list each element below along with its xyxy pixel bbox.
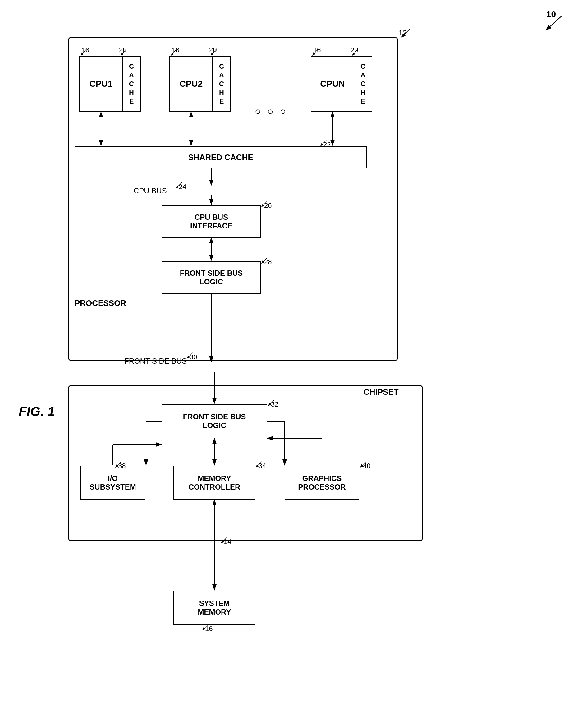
graphics-processor-box: GRAPHICS PROCESSOR [285, 465, 359, 500]
fsb-logic-chip-box: FRONT SIDE BUS LOGIC [162, 404, 267, 438]
fsb-logic-proc-ref-arrow [260, 256, 269, 265]
cpu-bus-interface-box: CPU BUS INTERFACE [162, 205, 261, 238]
svg-line-14 [269, 400, 274, 405]
fsb-logic-proc-box: FRONT SIDE BUS LOGIC [162, 261, 261, 294]
io-subsystem-box: I/O SUBSYSTEM [80, 465, 145, 500]
memory-controller-box: MEMORY CONTROLLER [173, 465, 255, 500]
fig-label: FIG. 1 [19, 404, 55, 419]
shared-cache-ref-arrow [320, 139, 328, 147]
cpu2-ref18-arrow [170, 47, 179, 56]
svg-line-11 [262, 258, 267, 263]
cpu2-ref20-arrow [210, 47, 219, 56]
svg-line-1 [402, 29, 410, 37]
cpu1-group: 18 20 CPU1 CACHE [79, 56, 141, 112]
cpu-dots: ○ ○ ○ [255, 106, 288, 117]
svg-line-16 [116, 462, 121, 467]
svg-line-10 [262, 201, 267, 206]
cpu1-box: CPU1 [79, 56, 123, 112]
svg-line-7 [353, 49, 358, 55]
cpu-bus-interface-ref-arrow [260, 200, 269, 208]
cpun-cache-box: CACHE [354, 56, 372, 112]
svg-line-6 [313, 49, 318, 55]
svg-line-17 [361, 462, 366, 467]
front-side-bus-ref-arrow [186, 351, 194, 360]
cpu1-ref18-arrow [80, 47, 89, 56]
svg-line-0 [547, 16, 562, 29]
system-memory-box: SYSTEM MEMORY [173, 591, 255, 625]
shared-cache-box: SHARED CACHE [75, 146, 367, 168]
front-side-bus-label: FRONT SIDE BUS [124, 357, 187, 366]
graphics-ref-arrow [359, 460, 368, 469]
svg-line-9 [177, 182, 182, 188]
svg-line-13 [221, 538, 227, 543]
svg-line-18 [203, 624, 208, 630]
svg-line-15 [256, 462, 262, 467]
cpu2-box: CPU2 [169, 56, 213, 112]
system-memory-ref-arrow [202, 623, 210, 632]
cpu1-cache-box: CACHE [123, 56, 141, 112]
svg-line-5 [211, 49, 217, 55]
processor-label: PROCESSOR [75, 298, 126, 308]
memory-ctrl-ref-arrow [255, 460, 263, 469]
cpun-ref20-arrow [351, 47, 360, 56]
svg-line-12 [187, 353, 193, 358]
cpu2-cache-box: CACHE [213, 56, 231, 112]
cpu1-ref20-arrow [120, 47, 129, 56]
svg-line-4 [171, 49, 177, 55]
cpun-ref18-arrow [311, 47, 321, 56]
fsb-logic-chip-ref-arrow [267, 399, 276, 407]
cpu2-group: 18 20 CPU2 CACHE [169, 56, 231, 112]
cpun-box: CPUN [311, 56, 354, 112]
io-ref-arrow [114, 460, 123, 469]
cpu-bus-label: CPU BUS [134, 186, 167, 195]
ref-12-arrow [401, 27, 413, 38]
ref-10-arrow [543, 13, 568, 31]
cpun-group: 18 20 CPUN CACHE [311, 56, 372, 112]
svg-line-2 [81, 49, 87, 55]
svg-line-3 [121, 49, 126, 55]
chipset-label: CHIPSET [363, 387, 399, 397]
svg-line-8 [321, 140, 326, 145]
cpu-bus-ref-arrow [175, 181, 184, 190]
chipset-ref-arrow [220, 536, 229, 545]
